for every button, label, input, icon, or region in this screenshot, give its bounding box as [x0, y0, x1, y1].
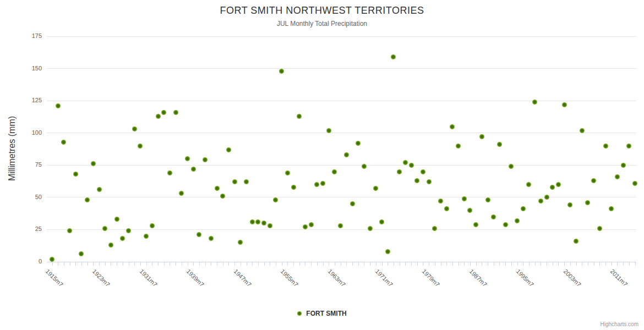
data-point[interactable] [532, 100, 537, 105]
data-point[interactable] [626, 144, 631, 148]
data-point[interactable] [385, 249, 390, 254]
data-point[interactable] [244, 179, 249, 184]
data-point[interactable] [521, 206, 526, 211]
data-point[interactable] [414, 178, 419, 183]
data-point[interactable] [556, 182, 561, 187]
data-point[interactable] [597, 226, 602, 231]
data-point[interactable] [226, 147, 231, 152]
data-point[interactable] [421, 169, 425, 174]
data-point[interactable] [268, 223, 272, 228]
data-point[interactable] [550, 185, 555, 190]
data-point[interactable] [473, 222, 478, 227]
data-point[interactable] [503, 222, 508, 227]
data-point[interactable] [261, 221, 266, 226]
data-point[interactable] [50, 257, 54, 262]
data-point[interactable] [567, 202, 572, 207]
data-point[interactable] [562, 102, 567, 107]
data-point[interactable] [102, 226, 107, 231]
data-point[interactable] [156, 114, 161, 119]
data-point[interactable] [85, 197, 90, 202]
data-point[interactable] [462, 196, 467, 201]
data-point[interactable] [379, 219, 384, 224]
data-point[interactable] [191, 167, 196, 172]
data-point[interactable] [391, 54, 396, 59]
data-point[interactable] [332, 169, 337, 174]
data-point[interactable] [609, 206, 614, 211]
data-point[interactable] [279, 69, 284, 74]
data-point[interactable] [632, 181, 637, 186]
data-point[interactable] [215, 186, 220, 191]
data-point[interactable] [444, 206, 449, 211]
data-point[interactable] [526, 182, 531, 187]
data-point[interactable] [150, 223, 155, 228]
data-point[interactable] [97, 187, 102, 192]
data-point[interactable] [409, 163, 414, 168]
data-point[interactable] [250, 219, 255, 224]
data-point[interactable] [450, 124, 455, 129]
data-point[interactable] [314, 182, 319, 187]
data-point[interactable] [309, 222, 314, 227]
data-point[interactable] [326, 128, 331, 133]
data-point[interactable] [79, 251, 84, 256]
data-point[interactable] [350, 201, 355, 206]
data-point[interactable] [509, 164, 514, 169]
data-point[interactable] [167, 170, 172, 175]
data-point[interactable] [73, 172, 78, 177]
data-point[interactable] [108, 243, 113, 248]
data-point[interactable] [485, 197, 490, 202]
data-point[interactable] [220, 194, 225, 199]
data-point[interactable] [397, 169, 402, 174]
data-point[interactable] [285, 170, 290, 175]
highcharts-credits[interactable]: Highcharts.com [601, 321, 638, 327]
data-point[interactable] [320, 181, 325, 186]
data-point[interactable] [114, 217, 119, 222]
legend-item-fort-smith[interactable]: FORT SMITH [0, 310, 644, 317]
data-point[interactable] [303, 224, 308, 229]
data-point[interactable] [179, 191, 184, 196]
data-point[interactable] [591, 178, 596, 183]
data-point[interactable] [273, 197, 278, 202]
data-point[interactable] [432, 226, 437, 231]
data-point[interactable] [368, 226, 373, 231]
data-point[interactable] [497, 142, 502, 147]
data-point[interactable] [255, 219, 260, 224]
data-point[interactable] [538, 199, 543, 204]
data-point[interactable] [344, 152, 349, 157]
data-point[interactable] [126, 228, 131, 233]
data-point[interactable] [373, 186, 378, 191]
data-point[interactable] [456, 144, 461, 148]
data-point[interactable] [291, 185, 296, 190]
data-point[interactable] [61, 140, 66, 145]
data-point[interactable] [173, 110, 178, 115]
data-point[interactable] [427, 179, 432, 184]
data-point[interactable] [67, 228, 72, 233]
data-point[interactable] [144, 234, 149, 239]
data-point[interactable] [603, 144, 608, 148]
data-point[interactable] [120, 236, 125, 241]
data-point[interactable] [238, 240, 243, 245]
data-point[interactable] [132, 127, 137, 131]
data-point[interactable] [438, 199, 443, 204]
data-point[interactable] [544, 195, 549, 200]
data-point[interactable] [615, 174, 620, 179]
data-point[interactable] [515, 218, 520, 223]
data-point[interactable] [574, 239, 578, 244]
data-point[interactable] [580, 128, 585, 133]
data-point[interactable] [491, 215, 496, 219]
data-point[interactable] [197, 232, 201, 237]
data-point[interactable] [203, 157, 208, 162]
data-point[interactable] [403, 160, 408, 165]
data-point[interactable] [585, 200, 590, 205]
data-point[interactable] [297, 114, 302, 119]
data-point[interactable] [621, 163, 626, 168]
data-point[interactable] [185, 156, 190, 161]
data-point[interactable] [356, 141, 361, 146]
data-point[interactable] [338, 223, 343, 228]
data-point[interactable] [91, 161, 96, 166]
data-point[interactable] [479, 134, 484, 139]
data-point[interactable] [161, 110, 166, 115]
data-point[interactable] [362, 164, 367, 169]
data-point[interactable] [138, 144, 143, 148]
data-point[interactable] [56, 103, 61, 108]
data-point[interactable] [232, 179, 237, 184]
